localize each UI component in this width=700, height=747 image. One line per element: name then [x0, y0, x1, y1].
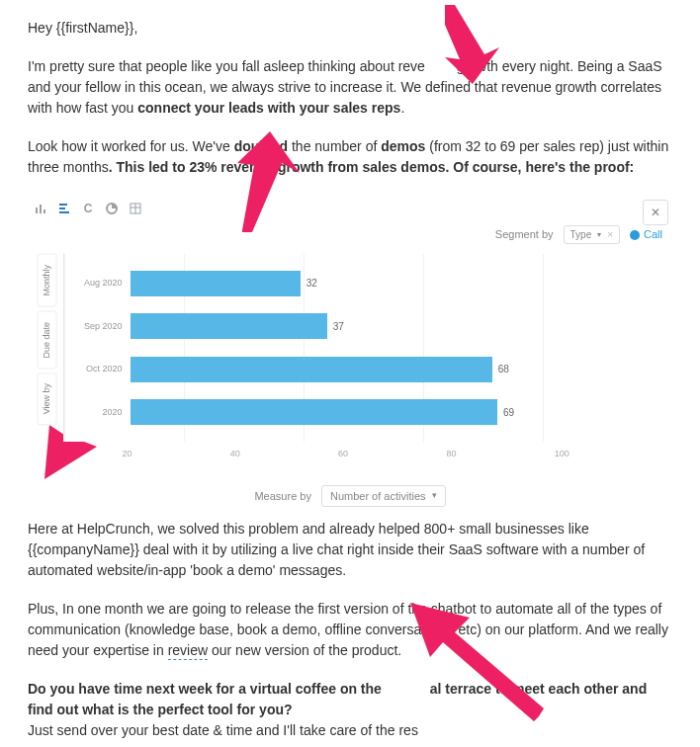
paragraph-5: Do you have time next week for a virtual… [28, 679, 672, 741]
email-body: Hey {{firstName}}, I'm pretty sure that … [0, 0, 700, 747]
call-dot-icon [630, 230, 640, 240]
chart-plot: Aug 202032Sep 202037Oct 202068202069 [63, 254, 663, 442]
paragraph-4: Plus, In one month we are going to relea… [28, 599, 672, 661]
bar-category: 2020 [63, 406, 131, 420]
side-label-duedate[interactable]: Due date [38, 311, 57, 370]
bar-value: 69 [497, 405, 514, 420]
review-link[interactable]: review [168, 642, 208, 660]
measure-by-label: Measure by [254, 488, 310, 505]
segment-by-label: Segment by [495, 226, 554, 243]
chart-top-controls: Segment by Type ▾ × Call [28, 225, 672, 254]
bar-value: 68 [492, 362, 509, 376]
segment-by-pill[interactable]: Type ▾ × [564, 225, 621, 244]
bar-row: Sep 202037 [63, 313, 663, 339]
chevron-down-icon: ▾ [597, 229, 601, 241]
side-label-viewby[interactable]: View by [38, 373, 57, 425]
paragraph-6: Just send over your best date & time and… [28, 722, 418, 738]
bar-category: Sep 2020 [63, 320, 131, 334]
bar [131, 313, 327, 339]
paragraph-1: I'm pretty sure that people like you fal… [28, 56, 672, 119]
bar [131, 399, 498, 425]
bar [131, 271, 301, 296]
bar-row: 202069 [63, 399, 663, 425]
bar-row: Oct 202068 [63, 357, 663, 382]
paragraph-3: Here at HelpCrunch, we solved this probl… [28, 519, 672, 581]
chart-toolbar: C [28, 196, 672, 225]
bar-value: 37 [327, 319, 344, 334]
hbar-chart-icon[interactable] [57, 202, 71, 215]
chart-card: ✕ C Segment by Type ▾ × [28, 196, 672, 507]
svg-rect-10 [59, 211, 69, 213]
greeting: Hey {{firstName}}, [28, 18, 672, 39]
remove-icon: × [607, 227, 613, 242]
chart-side-labels: Monthly Due date View by [38, 254, 57, 461]
table-icon[interactable] [129, 202, 142, 215]
pie-chart-icon[interactable] [105, 202, 119, 215]
svg-rect-5 [36, 208, 38, 213]
chevron-down-icon: ▾ [432, 489, 437, 503]
bar-chart-icon[interactable] [34, 202, 47, 215]
chart-measure-row: Measure by Number of activities ▾ [28, 485, 672, 508]
svg-rect-7 [44, 209, 45, 213]
bar-category: Aug 2020 [63, 277, 131, 290]
bar-category: Oct 2020 [63, 363, 131, 376]
measure-by-pill[interactable]: Number of activities ▾ [321, 485, 446, 508]
bar-value: 32 [301, 276, 317, 290]
paragraph-2: Look how it worked for us. We've doubled… [28, 136, 672, 178]
svg-rect-6 [40, 205, 42, 213]
svg-rect-8 [59, 204, 67, 206]
svg-rect-9 [59, 208, 65, 209]
bar [131, 357, 492, 382]
chart-x-ticks: 20406080100 [63, 448, 663, 461]
bar-row: Aug 202032 [63, 271, 663, 296]
side-label-monthly[interactable]: Monthly [38, 254, 57, 307]
close-icon[interactable]: ✕ [643, 200, 668, 225]
call-button[interactable]: Call [630, 226, 662, 243]
c-icon[interactable]: C [81, 202, 95, 215]
